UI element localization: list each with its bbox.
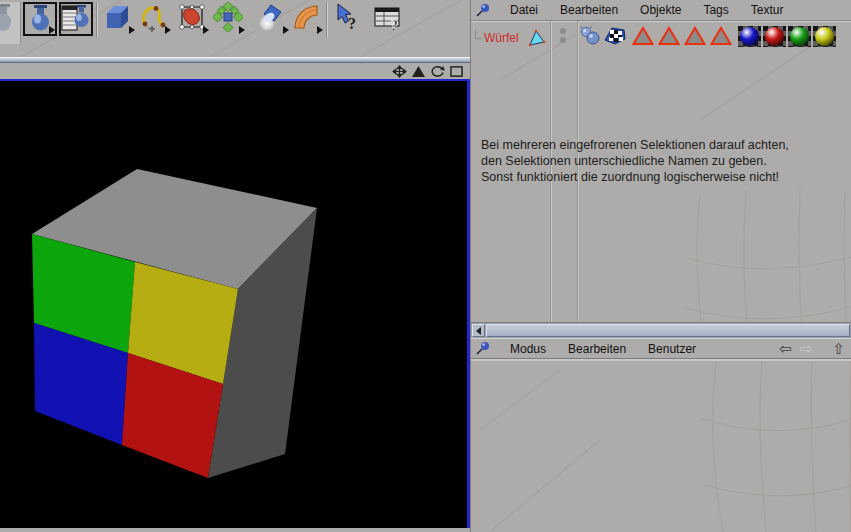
editor-visibility-dot[interactable] xyxy=(560,28,566,34)
toolbar-edge xyxy=(0,2,21,44)
visibility-toggles xyxy=(553,25,575,49)
viewport-toggle-icon[interactable] xyxy=(449,65,464,78)
flyout-arrow-icon xyxy=(49,26,55,34)
manager-help-button[interactable]: ? xyxy=(373,2,405,34)
viewport-scale-icon[interactable] xyxy=(411,65,426,78)
nav-back-icon[interactable]: ⇦ xyxy=(779,341,792,356)
flyout-arrow-icon xyxy=(317,26,323,34)
flyout-arrow-icon xyxy=(129,26,135,34)
object-name[interactable]: Würfel xyxy=(484,31,519,45)
attribute-area xyxy=(471,359,851,532)
light-object-button[interactable] xyxy=(257,2,289,34)
history-nav: ⇦ ⇨ ⇧ xyxy=(779,341,851,356)
add-cube-button[interactable] xyxy=(103,2,135,34)
window-pin-icon[interactable] xyxy=(475,341,491,356)
material-sphere xyxy=(815,27,834,46)
help-table-icon: ? xyxy=(373,2,407,34)
menu-tags[interactable]: Tags xyxy=(692,3,739,17)
phong-tag[interactable] xyxy=(579,25,601,47)
polygon-selection-tag[interactable] xyxy=(658,26,680,46)
deformer-bend-button[interactable] xyxy=(291,2,323,34)
help-cursor-icon: ? xyxy=(333,2,365,34)
object-manager-scrollbar[interactable] xyxy=(471,322,851,338)
svg-text:?: ? xyxy=(390,17,398,34)
menu-modus[interactable]: Modus xyxy=(499,342,557,356)
flyout-arrow-icon xyxy=(203,26,209,34)
menu-datei[interactable]: Datei xyxy=(499,3,549,17)
material-tag-green[interactable] xyxy=(788,26,811,47)
svg-text:?: ? xyxy=(348,15,356,32)
flyout-arrow-icon xyxy=(239,26,245,34)
material-sphere xyxy=(765,27,784,46)
polygon-selection-tag[interactable] xyxy=(710,26,732,46)
viewport-rotate-icon[interactable] xyxy=(430,65,445,78)
tag-list xyxy=(579,25,836,47)
array-object-button[interactable] xyxy=(213,2,245,34)
material-tag-blue[interactable] xyxy=(738,26,761,47)
flyout-arrow-icon xyxy=(283,26,289,34)
main-toolbar: ? ? xyxy=(0,0,470,57)
object-row-wuerfel[interactable]: Würfel xyxy=(471,27,547,49)
toolbar-separator xyxy=(96,2,98,38)
note-line-2: den Selektionen unterschiedliche Namen z… xyxy=(481,153,789,169)
application-window: ? ? xyxy=(0,0,851,532)
material-sphere xyxy=(790,27,809,46)
viewport-pane: ? ? xyxy=(0,0,470,532)
viewport-header xyxy=(0,63,470,79)
render-view-partial-icon xyxy=(0,2,18,36)
object-manager-menubar: Datei Bearbeiten Objekte Tags Textur xyxy=(471,0,851,21)
polygon-selection-tag[interactable] xyxy=(632,26,654,46)
object-manager: Würfel xyxy=(471,21,851,322)
cube-render xyxy=(0,81,466,528)
annotation-note: Bei mehreren eingefrorenen Selektionen d… xyxy=(481,137,789,185)
scroll-left-button[interactable] xyxy=(472,324,485,337)
material-manager-menubar: Modus Bearbeiten Benutzer ⇦ ⇨ ⇧ xyxy=(471,338,851,359)
scroll-left-icon xyxy=(476,327,481,335)
menu-bearbeiten-2[interactable]: Bearbeiten xyxy=(557,342,637,356)
manager-pane: Datei Bearbeiten Objekte Tags Textur Wür… xyxy=(470,0,851,532)
tree-branch xyxy=(475,30,482,39)
viewport-move-icon[interactable] xyxy=(392,65,407,78)
uvw-tag[interactable] xyxy=(604,25,626,47)
scrollbar-thumb[interactable] xyxy=(486,324,850,337)
picture-manager-icon xyxy=(61,4,91,34)
3d-viewport[interactable] xyxy=(0,79,470,528)
menu-textur[interactable]: Textur xyxy=(740,3,795,17)
menu-objekte[interactable]: Objekte xyxy=(629,3,692,17)
menu-bearbeiten[interactable]: Bearbeiten xyxy=(549,3,629,17)
material-tag-red[interactable] xyxy=(763,26,786,47)
context-help-button[interactable]: ? xyxy=(333,2,365,34)
material-tag-group xyxy=(738,26,836,47)
render-visibility-dot[interactable] xyxy=(560,37,566,43)
polygon-object-icon[interactable] xyxy=(527,28,547,48)
window-pin-icon[interactable] xyxy=(475,3,491,18)
nav-up-icon[interactable]: ⇧ xyxy=(832,341,845,356)
material-tag-yellow[interactable] xyxy=(813,26,836,47)
toolbar-separator xyxy=(326,2,328,38)
hypernurbs-button[interactable] xyxy=(177,2,209,34)
nav-forward-icon[interactable]: ⇨ xyxy=(800,341,813,356)
render-active-view-button[interactable] xyxy=(23,2,57,36)
material-sphere xyxy=(740,27,759,46)
picture-manager-button[interactable] xyxy=(59,2,93,36)
add-spline-button[interactable] xyxy=(139,2,171,34)
polygon-selection-tag[interactable] xyxy=(684,26,706,46)
flyout-arrow-icon xyxy=(165,26,171,34)
note-line-3: Sonst funktioniert die zuordnung logisch… xyxy=(481,169,789,185)
selection-tag-group xyxy=(632,26,732,46)
menu-benutzer[interactable]: Benutzer xyxy=(637,342,707,356)
note-line-1: Bei mehreren eingefrorenen Selektionen d… xyxy=(481,137,789,153)
